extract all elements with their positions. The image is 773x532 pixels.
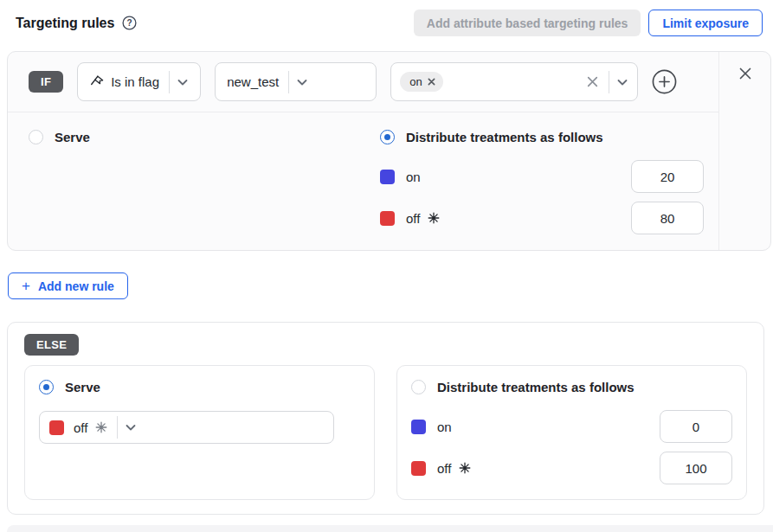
- treatment-on-swatch: [411, 420, 426, 434]
- selected-tag: on: [400, 72, 442, 92]
- if-badge: IF: [29, 71, 63, 93]
- serve-label: Serve: [55, 130, 90, 144]
- remove-rule-icon[interactable]: [738, 67, 752, 80]
- flag-select-dropdown[interactable]: new_test: [215, 62, 377, 101]
- add-new-rule-label: Add new rule: [38, 279, 114, 293]
- treatment-on-percent-input[interactable]: [631, 160, 704, 193]
- divider: [169, 71, 170, 93]
- condition-row: IF Is in flag: [8, 52, 718, 112]
- rule-body: Serve Distribute treatments as follows o…: [8, 112, 718, 250]
- chevron-down-icon: [124, 420, 138, 434]
- page-title: Targeting rules: [16, 16, 114, 31]
- else-distribute-label: Distribute treatments as follows: [437, 380, 635, 394]
- distribute-label: Distribute treatments as follows: [406, 130, 603, 144]
- else-serve-card: Serve off: [24, 365, 375, 500]
- else-serve-radio[interactable]: [39, 380, 54, 394]
- if-rule-card: IF Is in flag: [7, 51, 771, 251]
- chevron-down-icon: [176, 75, 190, 89]
- next-section-edge: [7, 525, 773, 532]
- else-distribute-radio[interactable]: [411, 380, 426, 394]
- treatment-off-swatch: [49, 420, 64, 435]
- chevron-down-icon: [615, 75, 629, 89]
- treatment-off-swatch: [411, 461, 426, 476]
- else-serve-label: Serve: [65, 380, 100, 394]
- divider: [609, 71, 609, 93]
- add-new-rule-button[interactable]: + Add new rule: [8, 272, 128, 299]
- serve-treatment-value: off: [74, 420, 87, 435]
- help-icon[interactable]: ?: [122, 16, 137, 30]
- treatment-off-percent-input[interactable]: [631, 202, 704, 234]
- divider: [117, 416, 118, 439]
- treatment-name: on: [406, 170, 421, 184]
- matcher-dropdown[interactable]: Is in flag: [77, 62, 201, 101]
- svg-text:?: ?: [127, 18, 132, 28]
- matcher-value: Is in flag: [111, 74, 159, 89]
- plus-icon: +: [22, 278, 30, 295]
- add-condition-button[interactable]: [652, 69, 677, 94]
- else-distribute-card: Distribute treatments as follows on off: [396, 365, 747, 500]
- treatment-row-on: on: [380, 160, 704, 193]
- serve-radio[interactable]: [29, 130, 43, 144]
- distribute-radio[interactable]: [380, 130, 395, 144]
- treatment-name: off: [406, 211, 420, 226]
- clear-selection-icon[interactable]: [586, 75, 599, 88]
- else-treatment-on-percent-input[interactable]: [660, 410, 732, 443]
- tag-label: on: [409, 75, 422, 88]
- flag-icon: [89, 74, 105, 90]
- treatment-row-off: off: [380, 202, 704, 234]
- default-treatment-asterisk-icon: [428, 212, 440, 224]
- add-attribute-rules-button[interactable]: Add attribute based targeting rules: [414, 10, 641, 36]
- else-serve-treatment-dropdown[interactable]: off: [39, 411, 334, 444]
- treatment-multiselect[interactable]: on: [390, 62, 638, 101]
- else-badge: ELSE: [24, 334, 79, 356]
- tag-remove-icon[interactable]: [428, 78, 435, 86]
- treatment-name: off: [437, 461, 451, 476]
- treatment-on-swatch: [380, 170, 395, 184]
- else-treatment-off-percent-input[interactable]: [660, 452, 732, 484]
- flag-select-value: new_test: [227, 74, 279, 89]
- default-treatment-asterisk-icon: [459, 462, 471, 474]
- divider: [288, 71, 289, 93]
- else-rule-card: ELSE Serve off: [7, 322, 764, 515]
- treatment-name: on: [437, 420, 452, 434]
- treatment-row-off: off: [411, 452, 732, 484]
- limit-exposure-button[interactable]: Limit exposure: [648, 10, 763, 36]
- chevron-down-icon: [295, 75, 309, 89]
- treatment-off-swatch: [380, 211, 395, 226]
- page-header: Targeting rules ? Add attribute based ta…: [0, 0, 773, 36]
- default-treatment-asterisk-icon: [95, 421, 107, 433]
- treatment-row-on: on: [411, 410, 732, 443]
- rule-close-column: [718, 52, 770, 250]
